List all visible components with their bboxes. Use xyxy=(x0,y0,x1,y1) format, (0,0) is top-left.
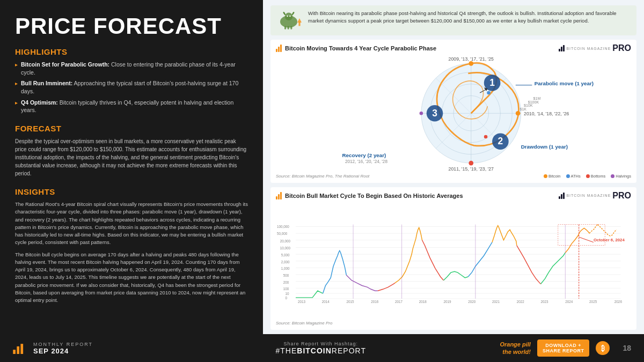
svg-point-28 xyxy=(484,135,488,139)
svg-rect-91 xyxy=(20,344,23,354)
legend-halvings: Halvings xyxy=(611,174,631,179)
spiral-chart-panel: Bitcoin Moving Towards 4 Year Cycle Para… xyxy=(270,40,636,183)
highlights-heading: HIGHLIGHTS xyxy=(15,47,248,56)
highlight-item-1: ▸ Bitcoin Set for Parabolic Growth: Clos… xyxy=(15,61,248,76)
insights-section: INSIGHTS The Rational Root's 4-year Bitc… xyxy=(15,187,248,308)
right-panel: With Bitcoin nearing its parabolic phase… xyxy=(263,0,644,334)
arrow-icon-2: ▸ xyxy=(15,80,18,87)
svg-rect-89 xyxy=(13,350,16,354)
pro-text-1: PRO xyxy=(612,44,631,53)
pro-logo-1: BITCOIN MAGAZINE PRO xyxy=(559,44,631,53)
svg-text:500: 500 xyxy=(283,273,289,277)
svg-line-83 xyxy=(579,237,594,242)
svg-text:2022: 2022 xyxy=(517,299,525,303)
svg-rect-5 xyxy=(288,26,289,29)
line-chart-title-row: Bitcoin Bull Market Cycle To Begin Based… xyxy=(276,192,463,200)
pro-bars-icon-1 xyxy=(559,45,565,51)
footer-report-info: MONTHLY REPORT SEP 2024 xyxy=(33,342,93,355)
svg-text:2014: 2014 xyxy=(322,299,330,303)
bars-icon-2 xyxy=(276,192,282,200)
forecast-section: FORECAST Despite the typical over-optimi… xyxy=(15,124,248,183)
svg-text:2013: 2013 xyxy=(298,299,306,303)
legend-dot-halvings xyxy=(611,174,614,178)
line-chart-source: Source: Bitcoin Magazine Pro xyxy=(276,321,631,326)
svg-point-3 xyxy=(289,16,290,17)
svg-text:2010, '14, '18, '22, '26: 2010, '14, '18, '22, '26 xyxy=(524,111,569,116)
highlights-section: HIGHLIGHTS ▸ Bitcoin Set for Parabolic G… xyxy=(15,47,248,117)
svg-text:3: 3 xyxy=(432,108,437,119)
download-btn-label: DOWNLOAD +SHARE REPORT xyxy=(543,343,584,353)
svg-text:Parabolic move (1 year): Parabolic move (1 year) xyxy=(535,80,594,86)
svg-rect-7 xyxy=(298,21,300,26)
legend-dot-bitcoin xyxy=(544,174,547,178)
spiral-legend: Bitcoin ATHs Bottoms Halvings xyxy=(544,174,631,179)
svg-text:50,000: 50,000 xyxy=(277,232,288,235)
line-chart-area: 100,000 50,000 20,000 10,000 5,000 2,000… xyxy=(276,202,631,320)
svg-point-23 xyxy=(469,61,473,66)
line-chart-header: Bitcoin Bull Market Cycle To Begin Based… xyxy=(276,191,631,200)
footer-left: MONTHLY REPORT SEP 2024 xyxy=(13,342,142,355)
svg-text:2021: 2021 xyxy=(492,299,500,303)
line-chart-panel: Bitcoin Bull Market Cycle To Begin Based… xyxy=(270,187,636,330)
footer-hashtag-label: Share Report With Hashtag: xyxy=(142,341,500,346)
legend-aths: ATHs xyxy=(566,174,581,179)
svg-text:1,000: 1,000 xyxy=(281,267,290,270)
bars-icon-1 xyxy=(276,45,282,52)
footer-report-date: SEP 2024 xyxy=(33,347,93,355)
svg-point-25 xyxy=(469,161,473,166)
line-chart-svg: 100,000 50,000 20,000 10,000 5,000 2,000… xyxy=(276,202,631,320)
forecast-heading: FORECAST xyxy=(15,124,248,133)
svg-text:2025: 2025 xyxy=(589,299,597,303)
svg-point-26 xyxy=(420,112,423,115)
svg-text:2,000: 2,000 xyxy=(281,260,290,263)
line-chart-title: Bitcoin Bull Market Cycle To Begin Based… xyxy=(285,193,463,199)
footer-right: Orange pill the world! DOWNLOAD +SHARE R… xyxy=(500,339,631,357)
svg-text:2: 2 xyxy=(498,136,503,146)
bitcoin-mag-label-1: BITCOIN MAGAZINE xyxy=(566,47,611,50)
svg-text:2011, '15, '19, '23, '27: 2011, '15, '19, '23, '27 xyxy=(449,166,494,172)
svg-point-27 xyxy=(487,91,491,95)
legend-bitcoin: Bitcoin xyxy=(544,174,561,179)
footer-report-label: MONTHLY REPORT xyxy=(33,342,93,347)
highlight-text-2: Bull Run Imminent: Approaching the typic… xyxy=(21,79,248,95)
svg-text:2015: 2015 xyxy=(346,299,354,303)
legend-dot-bottoms xyxy=(586,174,590,178)
spiral-chart-title: Bitcoin Moving Towards 4 Year Cycle Para… xyxy=(285,45,436,51)
legend-dot-aths xyxy=(566,174,570,178)
svg-text:2023: 2023 xyxy=(541,299,549,303)
svg-point-1 xyxy=(285,13,292,20)
svg-text:2012, '16, '20, '24, '28: 2012, '16, '20, '24, '28 xyxy=(345,159,388,164)
svg-text:10: 10 xyxy=(286,292,290,295)
highlight-item-2: ▸ Bull Run Imminent: Approaching the typ… xyxy=(15,79,248,95)
svg-rect-6 xyxy=(290,26,292,29)
footer-logo-icon xyxy=(13,342,28,354)
spiral-chart-header: Bitcoin Moving Towards 4 Year Cycle Para… xyxy=(276,44,631,53)
svg-text:2016: 2016 xyxy=(371,299,379,303)
svg-text:100: 100 xyxy=(283,287,289,291)
insights-heading: INSIGHTS xyxy=(15,187,248,196)
svg-text:2009, '13, '17, '21, '25: 2009, '13, '17, '21, '25 xyxy=(449,56,494,62)
pro-bars-icon-2 xyxy=(559,193,565,199)
arrow-icon-1: ▸ xyxy=(15,61,18,69)
svg-text:100,000: 100,000 xyxy=(277,225,289,228)
bull-icon xyxy=(276,10,302,31)
svg-rect-90 xyxy=(17,346,19,354)
svg-text:2026: 2026 xyxy=(614,299,623,303)
svg-text:$1M: $1M xyxy=(533,97,541,101)
arrow-icon-3: ▸ xyxy=(15,99,18,107)
svg-text:0: 0 xyxy=(286,295,288,299)
svg-text:2024: 2024 xyxy=(565,299,573,303)
svg-text:200: 200 xyxy=(283,280,289,284)
footer-center: Share Report With Hashtag: #THEBITCOINRE… xyxy=(142,341,500,355)
highlight-text-3: Q4 Optimism: Bitcoin typically thrives i… xyxy=(21,99,248,114)
footer-hashtag: #THEBITCOINREPORT xyxy=(142,346,500,355)
download-share-button[interactable]: DOWNLOAD +SHARE REPORT xyxy=(537,339,590,357)
svg-text:2020: 2020 xyxy=(468,299,476,303)
svg-text:2017: 2017 xyxy=(395,299,403,303)
svg-point-24 xyxy=(516,111,521,116)
spiral-svg: 1 2 3 2009, '13, '17, xyxy=(276,55,631,172)
top-callout: With Bitcoin nearing its parabolic phase… xyxy=(270,5,636,35)
spiral-chart-source: Source: Bitcoin Magazine Pro, The Ration… xyxy=(276,174,369,179)
svg-text:1: 1 xyxy=(489,77,495,88)
callout-text: With Bitcoin nearing its parabolic phase… xyxy=(308,10,631,25)
